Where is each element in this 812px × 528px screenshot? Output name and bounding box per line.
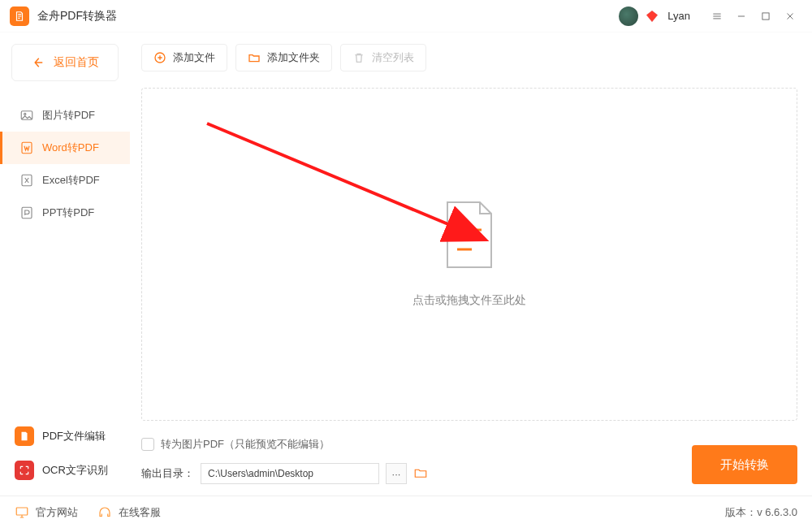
- folder-icon: [248, 51, 261, 64]
- dropzone-text: 点击或拖拽文件至此处: [412, 293, 526, 308]
- open-folder-button[interactable]: [413, 465, 430, 482]
- title-bar: 金舟PDF转换器 Lyan: [0, 0, 812, 32]
- content-area: 添加文件 添加文件夹 清空列表 点击或拖拽文件: [130, 32, 812, 496]
- sidebar-tool-label: OCR文字识别: [42, 463, 108, 478]
- plus-circle-icon: [153, 51, 166, 64]
- excel-icon: [19, 173, 34, 188]
- clear-list-label: 清空列表: [372, 50, 414, 65]
- back-home-button[interactable]: 返回首页: [11, 44, 119, 81]
- document-icon: [441, 201, 498, 270]
- ppt-icon: [19, 206, 34, 220]
- sidebar-tool-pdf-edit[interactable]: PDF文件编辑: [0, 419, 130, 453]
- svg-rect-5: [22, 207, 32, 219]
- ocr-icon: [15, 461, 34, 480]
- sidebar-item-excel-to-pdf[interactable]: Excel转PDF: [0, 164, 130, 197]
- word-icon: [19, 141, 34, 155]
- vip-badge-icon: [645, 9, 659, 24]
- back-home-label: 返回首页: [54, 55, 99, 70]
- clear-list-button[interactable]: 清空列表: [340, 44, 426, 71]
- output-dir-label: 输出目录：: [141, 466, 194, 481]
- menu-button[interactable]: [705, 4, 729, 28]
- start-convert-button[interactable]: 开始转换: [692, 445, 797, 484]
- sidebar-tool-label: PDF文件编辑: [42, 429, 106, 444]
- add-folder-label: 添加文件夹: [267, 50, 320, 65]
- browse-path-button[interactable]: ···: [386, 463, 407, 484]
- toolbar: 添加文件 添加文件夹 清空列表: [141, 44, 797, 71]
- minimize-button[interactable]: [729, 4, 754, 28]
- output-path-input[interactable]: [201, 463, 379, 484]
- sidebar-item-ppt-to-pdf[interactable]: PPT转PDF: [0, 197, 130, 229]
- online-support-link[interactable]: 在线客服: [97, 505, 161, 520]
- sidebar-item-label: Excel转PDF: [42, 173, 100, 188]
- official-website-link[interactable]: 官方网站: [15, 505, 78, 520]
- back-arrow-icon: [31, 55, 45, 70]
- official-website-label: 官方网站: [36, 505, 78, 520]
- footer: 官方网站 在线客服 版本：v 6.6.3.0: [0, 496, 812, 528]
- sidebar-tool-ocr[interactable]: OCR文字识别: [0, 453, 130, 487]
- pdf-edit-icon: [15, 426, 34, 446]
- headset-icon: [97, 505, 112, 520]
- file-dropzone[interactable]: 点击或拖拽文件至此处: [141, 88, 797, 421]
- version-label: 版本：v 6.6.3.0: [725, 505, 797, 520]
- add-folder-button[interactable]: 添加文件夹: [235, 44, 332, 71]
- close-button[interactable]: [778, 4, 802, 28]
- sidebar: 返回首页 图片转PDF Word转PDF Excel转PDF PPT转PDF P…: [0, 32, 130, 496]
- svg-rect-0: [762, 12, 769, 19]
- monitor-icon: [15, 505, 29, 520]
- sidebar-item-label: Word转PDF: [42, 141, 99, 155]
- trash-icon: [352, 51, 365, 64]
- sidebar-item-label: 图片转PDF: [42, 108, 95, 123]
- svg-point-2: [24, 113, 26, 115]
- bottom-panel: 转为图片PDF（只能预览不能编辑） 输出目录： ··· 开始转换: [141, 437, 797, 496]
- app-logo: [10, 6, 29, 26]
- folder-open-icon: [413, 465, 428, 480]
- maximize-button[interactable]: [754, 4, 778, 28]
- user-avatar[interactable]: [619, 6, 638, 26]
- image-pdf-checkbox[interactable]: [141, 438, 154, 451]
- image-pdf-checkbox-label: 转为图片PDF（只能预览不能编辑）: [161, 437, 330, 452]
- add-file-button[interactable]: 添加文件: [141, 44, 227, 71]
- online-support-label: 在线客服: [119, 505, 161, 520]
- sidebar-item-word-to-pdf[interactable]: Word转PDF: [0, 132, 130, 164]
- app-title: 金舟PDF转换器: [37, 9, 117, 24]
- sidebar-item-image-to-pdf[interactable]: 图片转PDF: [0, 99, 130, 132]
- sidebar-item-label: PPT转PDF: [42, 206, 94, 220]
- svg-rect-11: [16, 508, 28, 515]
- image-icon: [19, 108, 34, 123]
- username-label[interactable]: Lyan: [667, 10, 690, 22]
- add-file-label: 添加文件: [173, 50, 215, 65]
